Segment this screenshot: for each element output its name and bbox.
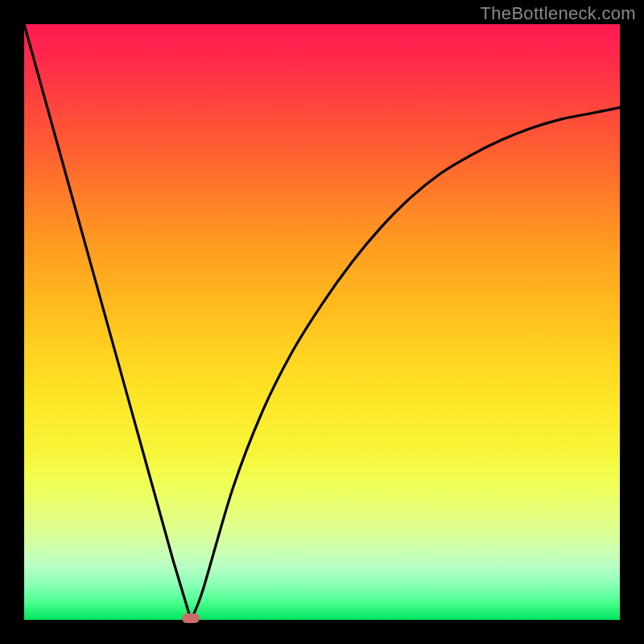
optimum-marker [182,613,200,623]
plot-area [24,24,620,620]
chart-frame: TheBottleneck.com [0,0,644,644]
bottleneck-curve [24,24,620,620]
watermark-text: TheBottleneck.com [481,3,636,24]
